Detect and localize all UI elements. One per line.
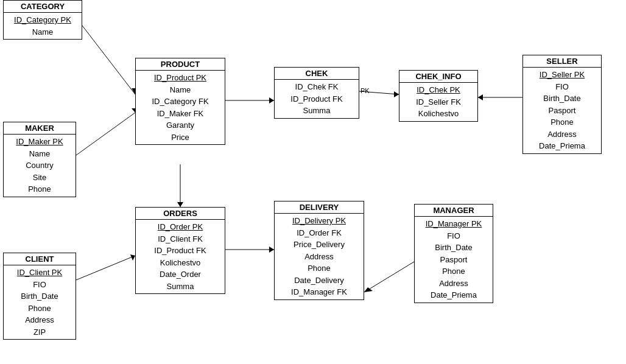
maker-field-phone: Phone <box>10 183 69 195</box>
manager-field-datepriema: Date_Priema <box>421 289 487 301</box>
svg-text:PK: PK <box>360 87 370 94</box>
client-field-zip: ZIP <box>10 326 69 338</box>
orders-field-id: ID_Order PK <box>142 221 219 233</box>
seller-field-birthdate: Birth_Date <box>529 93 595 105</box>
delivery-field-manager: ID_Manager FK <box>281 286 357 298</box>
svg-marker-18 <box>364 287 373 292</box>
svg-marker-16 <box>269 247 274 253</box>
entity-maker: MAKER ID_Maker PK Name Country Site Phon… <box>3 122 76 197</box>
orders-field-dateorder: Date_Order <box>142 268 219 281</box>
delivery-title: DELIVERY <box>275 201 364 214</box>
orders-field-product: ID_Product FK <box>142 245 219 257</box>
product-title: PRODUCT <box>136 58 225 71</box>
client-field-id: ID_Client PK <box>10 267 69 279</box>
orders-field-client: ID_Client FK <box>142 233 219 245</box>
maker-field-id: ID_Maker PK <box>10 136 69 148</box>
svg-marker-7 <box>394 91 399 97</box>
entity-chek-info: CHEK_INFO ID_Chek PK ID_Seller FK Kolich… <box>399 70 478 122</box>
maker-field-site: Site <box>10 172 69 184</box>
manager-field-pasport: Pasport <box>421 254 487 266</box>
svg-line-13 <box>76 256 135 280</box>
svg-line-6 <box>359 91 399 94</box>
delivery-field-address: Address <box>281 251 357 263</box>
product-field-maker: ID_Maker FK <box>142 108 219 120</box>
product-field-price: Price <box>142 131 219 144</box>
entity-manager: MANAGER ID_Manager PK FIO Birth_Date Pas… <box>414 204 493 303</box>
client-field-address: Address <box>10 314 69 326</box>
entity-seller: SELLER ID_Seller PK FIO Birth_Date Paspo… <box>522 55 602 154</box>
entity-client: CLIENT ID_Client PK FIO Birth_Date Phone… <box>3 253 76 340</box>
svg-line-2 <box>76 113 135 155</box>
maker-field-country: Country <box>10 159 69 172</box>
manager-field-birthdate: Birth_Date <box>421 242 487 254</box>
client-title: CLIENT <box>4 253 76 265</box>
entity-product: PRODUCT ID_Product PK Name ID_Category F… <box>135 58 225 145</box>
delivery-field-id: ID_Delivery PK <box>281 215 357 227</box>
category-field-id: ID_Category PK <box>10 14 76 26</box>
chek-title: CHEK <box>275 68 359 80</box>
svg-line-17 <box>364 262 414 292</box>
chek-info-field-id: ID_Chek PK <box>406 84 471 96</box>
chek-info-field-seller: ID_Seller FK <box>406 96 471 108</box>
svg-marker-10 <box>478 94 483 100</box>
manager-field-fio: FIO <box>421 230 487 242</box>
delivery-field-date: Date_Delivery <box>281 275 357 287</box>
seller-field-fio: FIO <box>529 81 595 93</box>
maker-title: MAKER <box>4 122 76 135</box>
entity-chek: CHEK ID_Chek FK ID_Product FK Summa <box>274 67 359 119</box>
manager-field-phone: Phone <box>421 265 487 278</box>
delivery-field-phone: Phone <box>281 262 357 275</box>
product-field-category: ID_Category FK <box>142 96 219 108</box>
orders-title: ORDERS <box>136 208 225 220</box>
svg-marker-5 <box>269 97 274 103</box>
seller-title: SELLER <box>523 55 601 68</box>
orders-field-summa: Summa <box>142 281 219 293</box>
manager-field-id: ID_Manager PK <box>421 218 487 230</box>
chek-field-summa: Summa <box>281 105 353 117</box>
seller-field-phone: Phone <box>529 116 595 128</box>
chek-info-title: CHEK_INFO <box>399 71 477 83</box>
erd-diagram: PK CATEGORY ID_Category PK Name PRODUCT … <box>0 0 626 364</box>
chek-field-id: ID_Chek FK <box>281 81 353 93</box>
client-field-fio: FIO <box>10 279 69 291</box>
maker-field-name: Name <box>10 148 69 160</box>
manager-field-address: Address <box>421 278 487 290</box>
client-field-birthdate: Birth_Date <box>10 290 69 303</box>
delivery-field-order: ID_Order FK <box>281 227 357 239</box>
entity-orders: ORDERS ID_Order PK ID_Client FK ID_Produ… <box>135 207 225 294</box>
manager-title: MANAGER <box>415 205 493 217</box>
product-field-name: Name <box>142 84 219 96</box>
entity-delivery: DELIVERY ID_Delivery PK ID_Order FK Pric… <box>274 201 364 300</box>
chek-info-field-kolichestvo: Kolichestvo <box>406 108 471 120</box>
svg-marker-12 <box>177 202 183 207</box>
category-title: CATEGORY <box>4 1 82 13</box>
delivery-field-price: Price_Delivery <box>281 239 357 251</box>
svg-marker-14 <box>130 254 135 261</box>
seller-field-id: ID_Seller PK <box>529 69 595 81</box>
entity-category: CATEGORY ID_Category PK Name <box>3 0 82 40</box>
seller-field-pasport: Pasport <box>529 105 595 117</box>
orders-field-kolichestvo: Kolichestvo <box>142 257 219 269</box>
client-field-phone: Phone <box>10 303 69 315</box>
seller-field-datepriema: Date_Priema <box>529 140 595 152</box>
svg-line-0 <box>82 26 135 94</box>
chek-field-product: ID_Product FK <box>281 93 353 105</box>
product-field-garanty: Garanty <box>142 119 219 131</box>
seller-field-address: Address <box>529 128 595 141</box>
category-field-name: Name <box>10 26 76 38</box>
product-field-id: ID_Product PK <box>142 72 219 84</box>
